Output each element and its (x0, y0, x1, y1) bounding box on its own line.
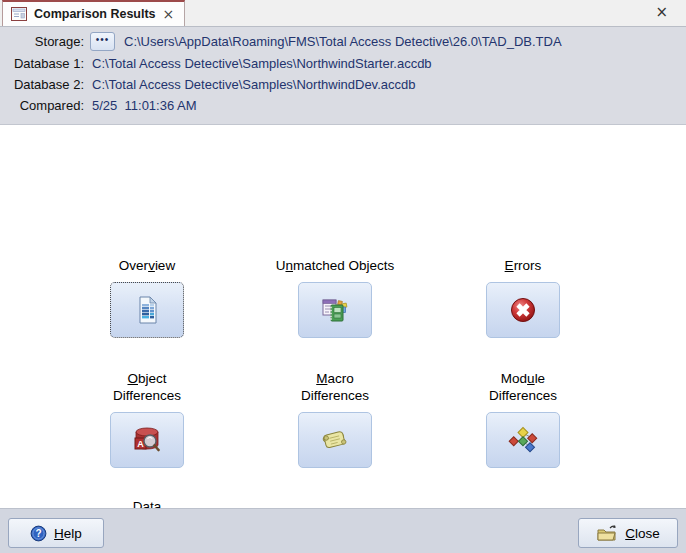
footer-bar: ? Help Close (0, 508, 686, 553)
error-red-x-icon (506, 293, 540, 327)
form-window-icon (11, 7, 27, 21)
object-differences-label: Object Differences (113, 369, 181, 404)
svg-text:A: A (137, 439, 144, 449)
close-folder-icon (596, 524, 618, 542)
unmatched-objects-button[interactable] (298, 282, 372, 338)
storage-browse-button[interactable]: ••• (90, 32, 115, 51)
unmatched-objects-icon (318, 293, 352, 327)
tab-title: Comparison Results (34, 7, 156, 21)
results-button-grid: Overview (0, 125, 686, 508)
database1-row: Database 1: C:\Total Access Detective\Sa… (0, 53, 432, 73)
object-differences-cell: Object Differences A (72, 369, 222, 468)
errors-button[interactable] (486, 282, 560, 338)
tab-comparison-results[interactable]: Comparison Results × (2, 0, 185, 26)
database-magnifier-icon: A (130, 423, 164, 457)
overview-label: Overview (119, 257, 175, 274)
tab-bar: Comparison Results × × (0, 0, 686, 27)
help-button[interactable]: ? Help (8, 518, 104, 548)
compared-label: Compared: (0, 98, 84, 113)
overview-document-icon (130, 293, 164, 327)
macro-differences-button[interactable] (298, 412, 372, 468)
object-differences-button[interactable]: A (110, 412, 184, 468)
database1-label: Database 1: (0, 56, 84, 71)
errors-label: Errors (505, 257, 542, 274)
macro-differences-cell: Macro Differences (260, 369, 410, 468)
macro-differences-label: Macro Differences (301, 369, 369, 404)
compared-row: Compared: 5/25 11:01:36 AM (0, 95, 197, 115)
module-differences-cell: Module Differences (448, 369, 598, 468)
window-close-icon[interactable]: × (655, 5, 668, 20)
unmatched-objects-cell: Unmatched Objects (260, 257, 410, 338)
help-button-label: Help (54, 526, 82, 541)
compared-timestamp: 5/25 11:01:36 AM (92, 98, 197, 113)
tab-close-icon[interactable]: × (163, 7, 175, 21)
storage-label: Storage: (0, 34, 84, 49)
close-button[interactable]: Close (578, 518, 678, 548)
module-differences-button[interactable] (486, 412, 560, 468)
database1-path: C:\Total Access Detective\Samples\Northw… (92, 56, 432, 71)
errors-cell: Errors (448, 257, 598, 338)
storage-row: Storage: ••• C:\Users\AppData\Roaming\FM… (0, 31, 562, 51)
unmatched-objects-label: Unmatched Objects (276, 257, 395, 274)
database2-path: C:\Total Access Detective\Samples\Northw… (92, 77, 415, 92)
svg-text:?: ? (36, 528, 42, 539)
comparison-info-panel: Storage: ••• C:\Users\AppData\Roaming\FM… (0, 27, 686, 125)
overview-cell: Overview (72, 257, 222, 338)
macro-scroll-icon (318, 423, 352, 457)
database2-row: Database 2: C:\Total Access Detective\Sa… (0, 74, 415, 94)
module-differences-label: Module Differences (489, 369, 557, 404)
module-cubes-icon (506, 423, 540, 457)
storage-path: C:\Users\AppData\Roaming\FMS\Total Acces… (124, 34, 562, 49)
database2-label: Database 2: (0, 77, 84, 92)
close-button-label: Close (625, 526, 660, 541)
overview-button[interactable] (110, 282, 184, 338)
help-question-icon: ? (30, 525, 47, 542)
